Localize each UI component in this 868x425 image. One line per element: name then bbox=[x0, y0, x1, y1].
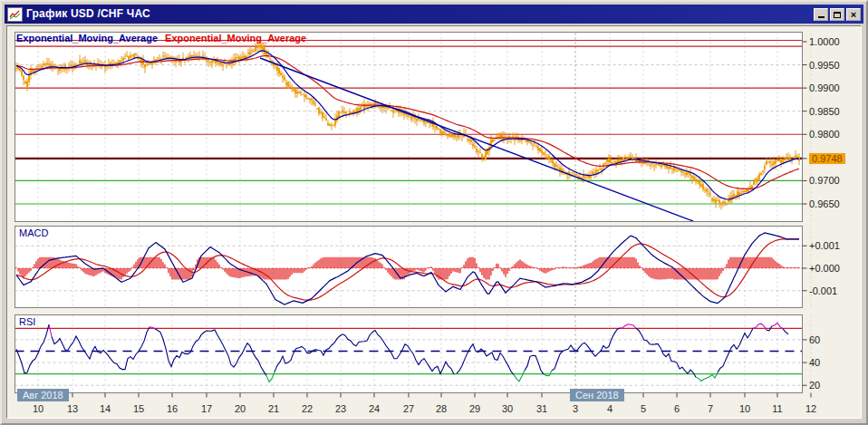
chart-canvas[interactable] bbox=[2, 2, 868, 425]
chart-window: График USD /CHF ЧАС × Exponential_Moving… bbox=[0, 0, 868, 425]
